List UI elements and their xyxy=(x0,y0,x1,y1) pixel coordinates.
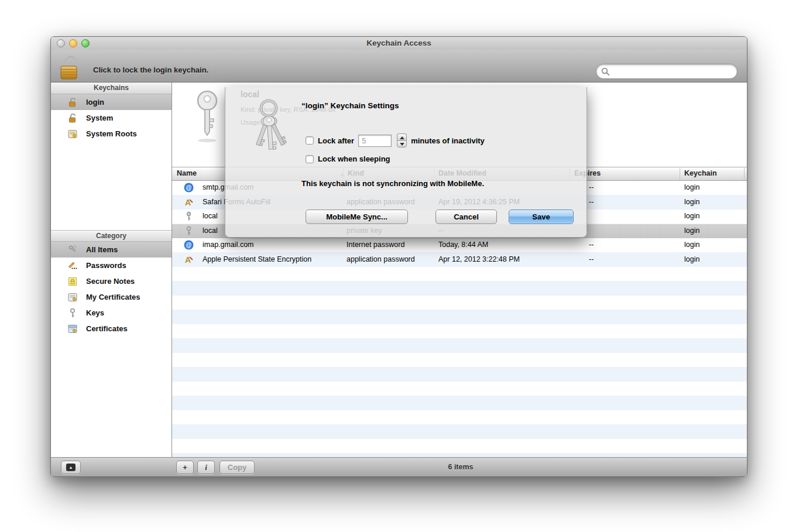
column-header-keychain[interactable]: Keychain xyxy=(684,169,717,177)
sheet-title: “login” Keychain Settings xyxy=(301,101,399,110)
save-button[interactable]: Save xyxy=(509,210,574,224)
sidebar-item-label: Keys xyxy=(86,308,104,317)
sidebar-item-label: System Roots xyxy=(86,129,137,138)
main-area: Keychains login xyxy=(51,83,747,458)
info-button[interactable]: i xyxy=(197,461,215,474)
svg-text:A: A xyxy=(185,198,191,207)
sidebar-item-keys[interactable]: Keys xyxy=(51,305,172,321)
status-bar: ▲ + i Copy 6 items xyxy=(51,457,747,476)
column-divider[interactable] xyxy=(680,168,680,180)
sidebar-item-label: Certificates xyxy=(86,324,128,333)
cell-keychain: login xyxy=(684,226,699,235)
key-icon xyxy=(184,226,194,236)
search-icon xyxy=(601,67,610,76)
keychains-group-header: Keychains xyxy=(51,83,172,94)
toolbar: Click to lock the login keychain. xyxy=(51,50,747,83)
cell-expires: -- xyxy=(589,183,594,191)
cell-date: Today, 8:44 AM xyxy=(438,241,488,249)
sidebar: Keychains login xyxy=(51,83,172,458)
lock-after-label: Lock after xyxy=(318,136,354,145)
lock-sleep-row: Lock when sleeping xyxy=(306,155,390,163)
large-key-icon xyxy=(191,90,225,143)
sidebar-item-label: login xyxy=(86,98,104,107)
cell-expires: -- xyxy=(589,255,594,263)
search-field[interactable] xyxy=(596,64,738,79)
cell-keychain: login xyxy=(684,241,699,249)
sidebar-item-label: System xyxy=(86,114,113,122)
sidebar-item-label: Passwords xyxy=(86,261,126,270)
keys-bunch-icon xyxy=(247,97,290,156)
cell-kind: application password xyxy=(347,255,415,263)
cell-keychain: login xyxy=(684,198,699,206)
cell-date: Apr 12, 2012 3:22:48 PM xyxy=(438,255,520,263)
collapse-icon: ▲ xyxy=(66,464,76,471)
unlocked-padlock-icon xyxy=(67,97,78,108)
sidebar-item-label: Secure Notes xyxy=(86,277,135,286)
unlocked-padlock-icon xyxy=(67,113,78,123)
sidebar-item-system-roots[interactable]: System Roots xyxy=(51,126,172,142)
cell-name: imap.gmail.com xyxy=(203,241,254,249)
column-header-name[interactable]: Name xyxy=(177,169,197,177)
cell-name: local xyxy=(203,226,218,235)
title-bar[interactable]: Keychain Access xyxy=(51,37,747,50)
table-row[interactable]: A Apple Persistent State Encryption appl… xyxy=(172,253,747,267)
key-icon xyxy=(184,211,194,221)
sidebar-item-my-certificates[interactable]: My Certificates xyxy=(51,289,172,305)
unlocked-padlock-icon xyxy=(57,53,84,81)
cell-keychain: login xyxy=(684,183,699,191)
cell-kind: Internet password xyxy=(347,241,404,249)
sidebar-item-passwords[interactable]: Passwords xyxy=(51,258,172,273)
cell-keychain: login xyxy=(684,255,699,263)
stepper-up-button[interactable] xyxy=(397,133,407,140)
minutes-of-inactivity-label: minutes of inactivity xyxy=(411,136,485,145)
cell-name: Apple Persistent State Encryption xyxy=(203,255,311,263)
certificate-icon xyxy=(67,292,78,303)
application-password-icon: A xyxy=(184,255,194,265)
lock-after-checkbox[interactable] xyxy=(306,136,314,145)
sidebar-spacer xyxy=(51,142,172,230)
secure-note-icon xyxy=(67,276,78,287)
sidebar-item-label: My Certificates xyxy=(86,293,140,301)
sidebar-item-all-items[interactable]: All Items xyxy=(51,242,172,258)
window-title: Keychain Access xyxy=(51,39,747,47)
column-divider[interactable] xyxy=(744,168,745,180)
toggle-keychains-button[interactable]: ▲ xyxy=(61,461,81,474)
add-item-button[interactable]: + xyxy=(176,461,194,474)
content-area: local Kind: private key, RSA, 2048-bit U… xyxy=(172,83,747,458)
category-group-header: Category xyxy=(51,230,172,242)
mobileme-sync-button[interactable]: MobileMe Sync... xyxy=(306,210,408,224)
svg-text:@: @ xyxy=(186,242,192,248)
minutes-stepper xyxy=(397,133,407,147)
sync-status-message: This keychain is not synchronizing with … xyxy=(301,179,484,188)
keychain-access-window: Keychain Access xyxy=(50,36,747,477)
cell-name: local xyxy=(203,212,218,220)
search-input[interactable] xyxy=(613,66,730,77)
stepper-down-button[interactable] xyxy=(397,140,407,148)
certificate-blue-icon xyxy=(67,324,78,334)
items-count: 6 items xyxy=(344,463,578,471)
minutes-input[interactable]: 5 xyxy=(358,135,392,147)
sidebar-item-secure-notes[interactable]: Secure Notes xyxy=(51,273,172,289)
cell-expires: -- xyxy=(589,241,594,249)
certificate-icon xyxy=(67,129,78,139)
copy-button[interactable]: Copy xyxy=(219,461,255,474)
table-row[interactable]: @ imap.gmail.com Internet password Today… xyxy=(172,238,747,253)
key-bunch-icon xyxy=(67,245,78,255)
cell-expires: -- xyxy=(589,198,594,206)
internet-password-icon: @ xyxy=(184,183,194,193)
lock-toggle-button[interactable] xyxy=(57,53,84,81)
keychain-settings-sheet: “login” Keychain Settings Lock after 5 m… xyxy=(225,87,587,238)
lock-when-sleeping-checkbox[interactable] xyxy=(306,155,314,163)
sidebar-item-certificates[interactable]: Certificates xyxy=(51,321,172,337)
sidebar-item-label: All Items xyxy=(86,245,118,254)
sidebar-item-login[interactable]: login xyxy=(51,94,172,110)
svg-text:@: @ xyxy=(186,184,192,191)
lock-when-sleeping-label: Lock when sleeping xyxy=(318,155,390,163)
lock-after-row: Lock after 5 minutes of inactivity xyxy=(306,133,485,147)
cell-keychain: login xyxy=(684,212,699,220)
pencil-icon xyxy=(67,260,78,271)
svg-text:A: A xyxy=(185,255,191,265)
cancel-button[interactable]: Cancel xyxy=(435,210,497,224)
sidebar-item-system[interactable]: System xyxy=(51,110,172,126)
internet-password-icon: @ xyxy=(184,240,194,250)
